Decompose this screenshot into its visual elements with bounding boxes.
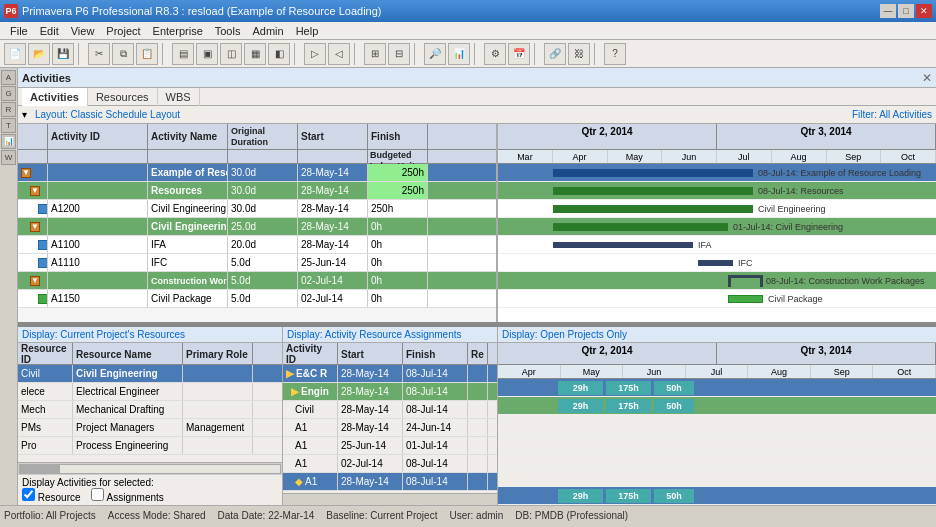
tb-b4[interactable]: ▦ <box>244 43 266 65</box>
list-item[interactable]: ▶Engin 28-May-14 08-Jul-14 <box>283 383 497 401</box>
tab-resources[interactable]: Resources <box>88 88 158 106</box>
list-item[interactable]: Mech Mechanical Drafting <box>18 401 282 419</box>
tb-save[interactable]: 💾 <box>52 43 74 65</box>
table-row[interactable]: ▼ Resources 30.0d 28-May-14 250h <box>18 182 496 200</box>
th-expand <box>18 124 48 149</box>
menu-help[interactable]: Help <box>290 22 325 40</box>
nav-reports[interactable]: 📊 <box>1 134 16 149</box>
td-id: A1150 <box>48 290 148 307</box>
tb-b9[interactable]: ⊟ <box>388 43 410 65</box>
list-item[interactable]: ▶E&C R 28-May-14 08-Jul-14 <box>283 365 497 383</box>
btd-name: Project Managers <box>73 419 183 436</box>
bgm-may: May <box>561 365 624 378</box>
tb-b8[interactable]: ⊞ <box>364 43 386 65</box>
tb-b14[interactable]: 🔗 <box>544 43 566 65</box>
tb-new[interactable]: 📄 <box>4 43 26 65</box>
h-scrollbar[interactable] <box>18 462 282 474</box>
tab-wbs[interactable]: WBS <box>158 88 200 106</box>
gantt-body: 08-Jul-14: Example of Resource Loading 0… <box>498 164 936 322</box>
nav-activities[interactable]: A <box>1 70 16 85</box>
bgm-jun: Jun <box>623 365 686 378</box>
minimize-button[interactable]: — <box>880 4 896 18</box>
tb-b3[interactable]: ◫ <box>220 43 242 65</box>
menu-edit[interactable]: Edit <box>34 22 65 40</box>
tb-b12[interactable]: ⚙ <box>484 43 506 65</box>
h-scrollbar2[interactable] <box>283 493 497 505</box>
assignments-checkbox[interactable] <box>91 488 104 501</box>
assignments-checkbox-label[interactable]: Assignments <box>91 492 163 503</box>
tb-b7[interactable]: ◁ <box>328 43 350 65</box>
menu-file[interactable]: File <box>4 22 34 40</box>
maximize-button[interactable]: □ <box>898 4 914 18</box>
assignment-panel: Display: Activity Resource Assignments A… <box>283 327 498 505</box>
display-label: Display Activities for selected: <box>22 477 154 488</box>
list-item[interactable]: A1 28-May-14 24-Jun-14 <box>283 419 497 437</box>
bottom-gantt-row-2 <box>498 415 936 433</box>
tb-paste[interactable]: 📋 <box>136 43 158 65</box>
layout-text[interactable]: Layout: Classic Schedule Layout <box>35 109 180 120</box>
nav-resources[interactable]: R <box>1 102 16 117</box>
list-item[interactable]: elece Electrical Engineer <box>18 383 282 401</box>
tb-cut[interactable]: ✂ <box>88 43 110 65</box>
table-row[interactable]: A1110 IFC 5.0d 25-Jun-14 0h <box>18 254 496 272</box>
btd-finish: 01-Jul-14 <box>403 437 468 454</box>
menu-view[interactable]: View <box>65 22 101 40</box>
bottom-gantt-quarters: Qtr 2, 2014 Qtr 3, 2014 <box>498 343 936 365</box>
bottom-gantt-row-3 <box>498 433 936 451</box>
tb-copy[interactable]: ⧉ <box>112 43 134 65</box>
bottom-gantt-body: 29h 175h 50h 29h 175h 50h <box>498 379 936 505</box>
btd-finish: 24-Jun-14 <box>403 419 468 436</box>
tb-b2[interactable]: ▣ <box>196 43 218 65</box>
panel-close-button[interactable]: ✕ <box>922 71 932 85</box>
table-row[interactable]: ▼ Example of Resource Loading 30.0d 28-M… <box>18 164 496 182</box>
hours-cell-2: 175h <box>606 381 651 395</box>
resource-header-text: Display: Current Project's Resources <box>22 329 185 340</box>
btd-re <box>468 401 488 418</box>
list-item[interactable]: Pro Process Engineering <box>18 437 282 455</box>
tb-b15[interactable]: ⛓ <box>568 43 590 65</box>
expand-icon: ▼ <box>30 276 40 286</box>
menu-admin[interactable]: Admin <box>246 22 289 40</box>
td-budget: 0h <box>368 218 428 235</box>
gantt-bar-6c <box>760 275 763 287</box>
btd-id: ◆A1 <box>283 473 338 490</box>
tb-b16[interactable]: ? <box>604 43 626 65</box>
list-item[interactable]: A1 02-Jul-14 08-Jul-14 <box>283 455 497 473</box>
table-section: Activity ID Activity Name Original Durat… <box>18 124 498 322</box>
table-row[interactable]: A1100 IFA 20.0d 28-May-14 0h <box>18 236 496 254</box>
list-item[interactable]: ◆A1 28-May-14 08-Jul-14 <box>283 473 497 491</box>
table-row[interactable]: A1150 Civil Package 5.0d 02-Jul-14 0h <box>18 290 496 308</box>
table-row[interactable]: A1200 Civil Engineering 30.0d 28-May-14 … <box>18 200 496 218</box>
nav-tracking[interactable]: T <box>1 118 16 133</box>
menu-enterprise[interactable]: Enterprise <box>147 22 209 40</box>
bottom-gantt-row-6: 29h 175h 50h <box>498 487 936 505</box>
btd-start: 28-May-14 <box>338 473 403 490</box>
tb-b13[interactable]: 📅 <box>508 43 530 65</box>
ath-re: Re <box>468 343 488 365</box>
table-row[interactable]: ▼ Civil Engineering 25.0d 28-May-14 0h <box>18 218 496 236</box>
tb-b5[interactable]: ◧ <box>268 43 290 65</box>
list-item[interactable]: A1 25-Jun-14 01-Jul-14 <box>283 437 497 455</box>
close-button[interactable]: ✕ <box>916 4 932 18</box>
list-item[interactable]: Civil 28-May-14 08-Jul-14 <box>283 401 497 419</box>
tb-b11[interactable]: 📊 <box>448 43 470 65</box>
tb-b1[interactable]: ▤ <box>172 43 194 65</box>
resource-checkbox[interactable] <box>22 488 35 501</box>
tb-b10[interactable]: 🔎 <box>424 43 446 65</box>
menu-tools[interactable]: Tools <box>209 22 247 40</box>
table-row[interactable]: ▼ Construction Work Packages 5.0d 02-Jul… <box>18 272 496 290</box>
list-item[interactable]: PMs Project Managers Management <box>18 419 282 437</box>
menu-project[interactable]: Project <box>100 22 146 40</box>
status-db: DB: PMDB (Professional) <box>515 510 628 521</box>
nav-wbs[interactable]: W <box>1 150 16 165</box>
tab-activities[interactable]: Activities <box>22 88 88 106</box>
resource-checkbox-label[interactable]: Resource <box>22 492 81 503</box>
td-expand <box>18 236 48 253</box>
assign-cols: Activity ID Start Finish Re <box>283 343 497 365</box>
filter-text[interactable]: Filter: All Activities <box>852 109 932 120</box>
tb-b6[interactable]: ▷ <box>304 43 326 65</box>
list-item[interactable]: Civil Civil Engineering <box>18 365 282 383</box>
tb-open[interactable]: 📂 <box>28 43 50 65</box>
nav-gantt[interactable]: G <box>1 86 16 101</box>
panel-title: Activities <box>22 72 71 84</box>
